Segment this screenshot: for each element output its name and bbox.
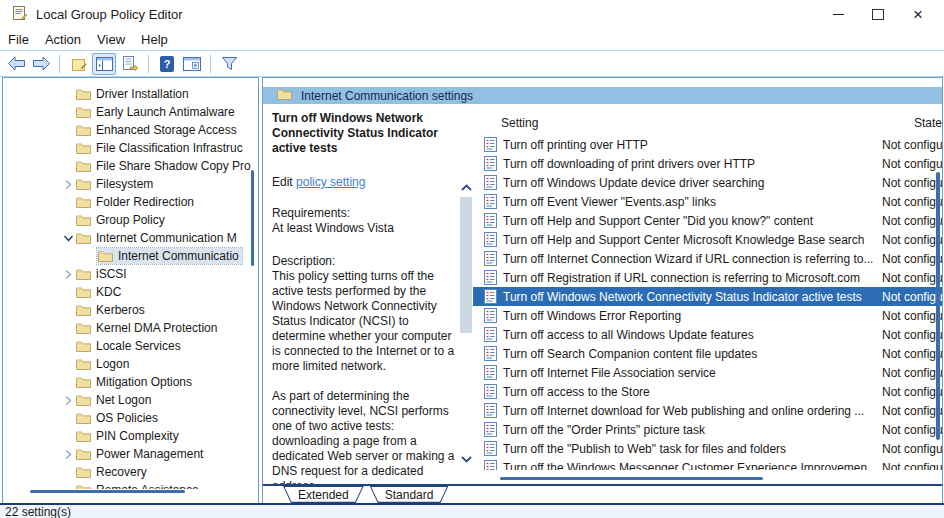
policy-setting-row[interactable]: Turn off printing over HTTP Not configur… [473, 135, 942, 154]
tree-expander-icon[interactable] [61, 286, 75, 298]
tree-item-body[interactable]: File Classification Infrastruc [75, 140, 246, 156]
tree-item-body[interactable]: Early Launch Antimalware [75, 104, 238, 120]
tree-item-body[interactable]: File Share Shadow Copy Pro [75, 158, 254, 174]
tree-item[interactable]: File Share Shadow Copy Pro [3, 157, 258, 175]
scroll-up-icon[interactable] [460, 181, 472, 193]
list-vertical-scrollbar[interactable] [936, 172, 940, 440]
tree-item[interactable]: Group Policy [3, 211, 258, 229]
policy-setting-row[interactable]: Turn off Internet download for Web publi… [473, 401, 942, 420]
policy-setting-row[interactable]: Turn off Event Viewer "Events.asp" links… [473, 192, 942, 211]
tree-item[interactable]: Locale Services [3, 337, 258, 355]
policy-setting-row[interactable]: Turn off Help and Support Center Microso… [473, 230, 942, 249]
tree-item-body[interactable]: Recovery [75, 464, 150, 480]
tree-item[interactable]: Driver Installation [3, 85, 258, 103]
tree-expander-icon[interactable] [61, 178, 75, 190]
tree-expander-icon[interactable] [61, 412, 75, 424]
tree-item-body[interactable]: Group Policy [75, 212, 168, 228]
tree-item[interactable]: Remote Assistance [3, 481, 258, 489]
up-one-level-icon[interactable] [67, 54, 89, 74]
policy-setting-row[interactable]: Turn off Internet Connection Wizard if U… [473, 249, 942, 268]
tree-vertical-scrollbar[interactable] [251, 170, 254, 266]
tree-expander-icon[interactable] [61, 124, 75, 136]
tree-expander-icon[interactable] [61, 376, 75, 388]
export-list-icon[interactable] [119, 54, 141, 74]
tree-item[interactable]: Folder Redirection [3, 193, 258, 211]
policy-setting-row[interactable]: Turn off the "Order Prints" picture task… [473, 420, 942, 439]
tree-item-body[interactable]: Internet Communication M [75, 230, 240, 246]
close-button[interactable]: × [898, 1, 938, 27]
tree-expander-icon[interactable] [61, 448, 75, 460]
tree-item[interactable]: KDC [3, 283, 258, 301]
tree-item[interactable]: Internet Communication M [3, 229, 258, 247]
tree-expander-icon[interactable] [61, 214, 75, 226]
filter-icon[interactable] [218, 54, 240, 74]
tree-expander-icon[interactable] [61, 430, 75, 442]
tree-item[interactable]: Enhanced Storage Access [3, 121, 258, 139]
tree-item[interactable]: Kerberos [3, 301, 258, 319]
tree-item-body[interactable]: Kernel DMA Protection [75, 320, 220, 336]
maximize-button[interactable] [858, 1, 898, 27]
tree-item-body[interactable]: Logon [75, 356, 132, 372]
tree-expander-icon[interactable] [61, 196, 75, 208]
menu-file[interactable]: File [0, 32, 37, 47]
tree-expander-icon[interactable] [61, 340, 75, 352]
tree-item[interactable]: Net Logon [3, 391, 258, 409]
edit-policy-setting-link[interactable]: policy setting [296, 175, 365, 189]
tree-expander-icon[interactable] [61, 88, 75, 100]
policy-setting-row[interactable]: Turn off Internet File Association servi… [473, 363, 942, 382]
tree-expander-icon[interactable] [61, 232, 75, 244]
tree-item[interactable]: Internet Communicatio [3, 247, 258, 265]
minimize-button[interactable] [818, 1, 858, 27]
tree-item-body[interactable]: Kerberos [75, 302, 148, 318]
tree-item-body[interactable]: Filesystem [75, 176, 156, 192]
tree-item[interactable]: Recovery [3, 463, 258, 481]
tree-expander-icon[interactable] [61, 160, 75, 172]
policy-setting-row[interactable]: Turn off the "Publish to Web" task for f… [473, 439, 942, 458]
tree-item[interactable]: Kernel DMA Protection [3, 319, 258, 337]
tree-item-body[interactable]: Remote Assistance [75, 482, 202, 489]
tree-item[interactable]: Filesystem [3, 175, 258, 193]
tree-item-body[interactable]: OS Policies [75, 410, 161, 426]
policy-setting-row[interactable]: Turn off Help and Support Center "Did yo… [473, 211, 942, 230]
tree-item-body[interactable]: Folder Redirection [75, 194, 197, 210]
tree-expander-icon[interactable] [61, 466, 75, 478]
tree-item-body[interactable]: Driver Installation [75, 86, 192, 102]
tree-item-body[interactable]: Power Management [75, 446, 206, 462]
tree-item[interactable]: iSCSI [3, 265, 258, 283]
tree-item[interactable]: Power Management [3, 445, 258, 463]
policy-setting-row[interactable]: Turn off Registration if URL connection … [473, 268, 942, 287]
menu-view[interactable]: View [89, 32, 133, 47]
show-console-tree-icon[interactable] [92, 53, 116, 75]
column-header-setting[interactable]: Setting [501, 116, 538, 130]
tab-extended[interactable]: Extended [283, 486, 364, 503]
tree-expander-icon[interactable] [61, 268, 75, 280]
tree-item[interactable]: Logon [3, 355, 258, 373]
tree-item[interactable]: PIN Complexity [3, 427, 258, 445]
tree-item[interactable]: Mitigation Options [3, 373, 258, 391]
back-icon[interactable] [5, 54, 27, 74]
tree-expander-icon[interactable] [61, 304, 75, 316]
column-header-state[interactable]: State [914, 116, 942, 130]
tree-expander-icon[interactable] [61, 358, 75, 370]
tree-item[interactable]: File Classification Infrastruc [3, 139, 258, 157]
forward-icon[interactable] [30, 54, 52, 74]
list-horizontal-scrollbar[interactable] [500, 477, 763, 480]
tree-item-body[interactable]: Mitigation Options [75, 374, 195, 390]
menu-action[interactable]: Action [37, 32, 89, 47]
tree-item[interactable]: Early Launch Antimalware [3, 103, 258, 121]
description-scrollbar-thumb[interactable] [460, 197, 472, 333]
show-action-pane-icon[interactable] [181, 54, 203, 74]
tree-item-body[interactable]: PIN Complexity [75, 428, 182, 444]
tab-standard[interactable]: Standard [370, 486, 449, 503]
help-icon[interactable]: ? [156, 54, 178, 74]
policy-setting-row[interactable]: Turn off access to all Windows Update fe… [473, 325, 942, 344]
description-scrollbar[interactable] [459, 104, 473, 484]
tree-expander-icon[interactable] [61, 106, 75, 118]
policy-setting-row[interactable]: Turn off the Windows Messenger Customer … [473, 458, 942, 470]
tree-item-body[interactable]: Internet Communicatio [97, 248, 242, 264]
tree-item-body[interactable]: Net Logon [75, 392, 154, 408]
tree-expander-icon[interactable] [61, 484, 75, 489]
tree-expander-icon[interactable] [83, 250, 97, 262]
scroll-down-icon[interactable] [460, 453, 472, 465]
policy-setting-row[interactable]: Turn off Windows Error Reporting Not con… [473, 306, 942, 325]
